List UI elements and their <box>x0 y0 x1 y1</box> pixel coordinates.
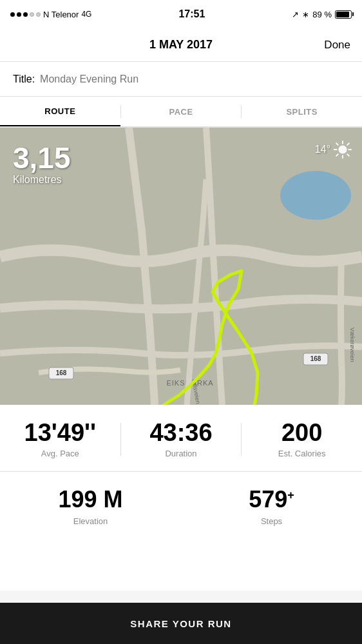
duration-label: Duration <box>121 449 242 458</box>
battery-fill <box>336 12 349 17</box>
svg-line-25 <box>336 154 338 156</box>
avg-pace-value: 13'49'' <box>0 420 120 445</box>
tab-route[interactable]: ROUTE <box>0 97 120 126</box>
svg-text:Vækerøveien: Vækerøveien <box>349 327 356 362</box>
header: 1 MAY 2017 Done <box>0 28 362 62</box>
network-text: 4G <box>81 10 91 19</box>
tab-splits[interactable]: SPLITS <box>242 97 362 126</box>
steps-stat: 579+ Steps <box>181 486 362 526</box>
distance-value: 3,15 <box>13 143 71 173</box>
signal-dot-1 <box>10 12 15 17</box>
secondary-stats: 199 M Elevation 579+ Steps <box>0 472 362 590</box>
signal-dot-5 <box>36 12 41 17</box>
weather-overlay: 14° <box>315 141 352 159</box>
avg-pace-label: Avg. Pace <box>0 449 120 458</box>
elevation-value: 199 M <box>0 486 181 513</box>
avg-pace-stat: 13'49'' Avg. Pace <box>0 420 120 458</box>
share-button[interactable]: SHARE YOUR RUN <box>0 603 362 644</box>
duration-value: 43:36 <box>121 420 242 445</box>
battery-text: 89 % <box>312 10 332 19</box>
elevation-label: Elevation <box>0 516 181 526</box>
done-button[interactable]: Done <box>324 39 350 52</box>
signal-dot-4 <box>30 12 34 17</box>
svg-line-24 <box>347 143 349 145</box>
route-map: 168 168 ØSTERÅS EIKSMARKA Lønnås Legesen… <box>0 128 362 405</box>
title-label: Title: <box>13 73 35 85</box>
status-right: ↗ ∗ 89 % <box>292 10 352 19</box>
svg-text:168: 168 <box>310 355 321 362</box>
status-left: N Telenor 4G <box>10 10 91 19</box>
carrier-text: N Telenor <box>43 10 79 19</box>
gps-arrow-icon: ↗ <box>292 10 299 19</box>
signal-dots <box>10 12 41 17</box>
tabs-container: ROUTE PACE SPLITS <box>0 97 362 128</box>
calories-stat: 200 Est. Calories <box>242 420 362 458</box>
share-button-label: SHARE YOUR RUN <box>130 618 231 629</box>
stats-section: 13'49'' Avg. Pace 43:36 Duration 200 Est… <box>0 405 362 472</box>
title-bar: Title: <box>0 62 362 97</box>
svg-line-22 <box>336 143 338 145</box>
distance-overlay: 3,15 Kilometres <box>13 143 71 186</box>
page-title: 1 MAY 2017 <box>149 38 213 52</box>
status-bar: N Telenor 4G 17:51 ↗ ∗ 89 % <box>0 0 362 28</box>
battery-icon <box>335 10 352 19</box>
title-input[interactable] <box>40 73 349 85</box>
temperature-text: 14° <box>315 144 330 155</box>
steps-plus: + <box>287 489 294 502</box>
stats-row: 13'49'' Avg. Pace 43:36 Duration 200 Est… <box>0 420 362 458</box>
tab-pace[interactable]: PACE <box>121 97 242 126</box>
calories-value: 200 <box>242 420 362 445</box>
sun-icon <box>334 141 352 159</box>
svg-point-17 <box>338 145 347 153</box>
steps-label: Steps <box>181 516 362 526</box>
calories-label: Est. Calories <box>242 449 362 458</box>
bluetooth-icon: ∗ <box>302 10 309 19</box>
elevation-stat: 199 M Elevation <box>0 486 181 526</box>
svg-line-23 <box>347 154 349 156</box>
svg-text:168: 168 <box>56 369 67 376</box>
time-display: 17:51 <box>178 8 205 20</box>
signal-dot-3 <box>23 12 28 17</box>
signal-dot-2 <box>17 12 21 17</box>
svg-point-1 <box>280 171 351 220</box>
duration-stat: 43:36 Duration <box>121 420 242 458</box>
steps-value: 579+ <box>181 486 362 513</box>
distance-unit: Kilometres <box>13 174 71 186</box>
